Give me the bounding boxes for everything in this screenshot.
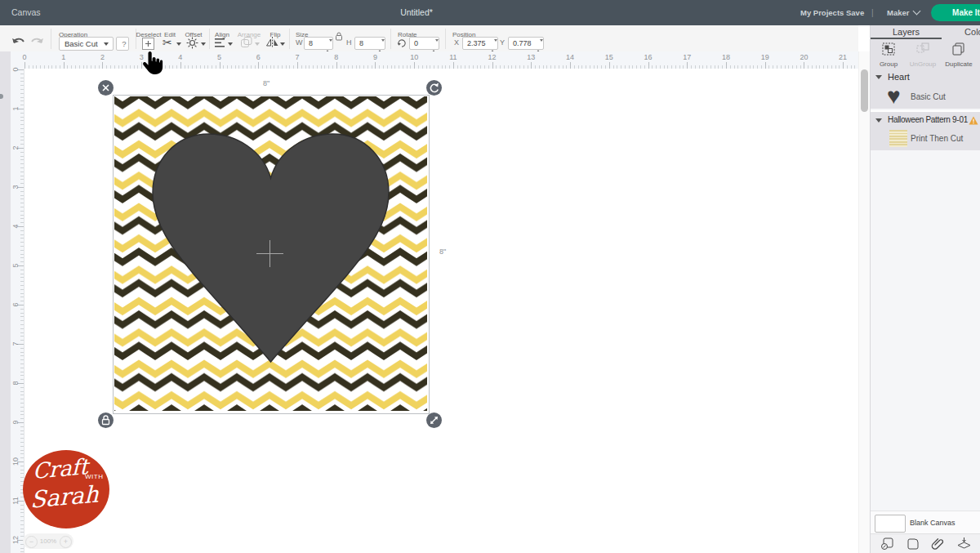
operation-select[interactable]: Basic Cut <box>59 37 114 51</box>
h-ruler-number: 20 <box>798 53 809 61</box>
weld-icon[interactable] <box>906 537 920 551</box>
width-stepper[interactable] <box>326 40 330 47</box>
h-ruler-number: 12 <box>487 53 498 61</box>
h-ruler-number: 13 <box>525 53 537 61</box>
attach-icon[interactable] <box>931 537 945 551</box>
rotate-handle[interactable] <box>426 80 442 96</box>
position-y-stepper[interactable] <box>537 40 541 47</box>
v-ruler-number: 1 <box>11 103 21 114</box>
toolbar-divider <box>390 29 391 49</box>
position-y-input[interactable]: 0.778 <box>508 37 544 50</box>
height-input[interactable]: 8 <box>354 37 385 50</box>
h-ruler-number: 2 <box>96 53 108 61</box>
logo-text-sarah: Sarah <box>30 480 99 513</box>
craft-with-sarah-logo: Craft with Sarah <box>23 450 109 528</box>
v-ruler-number: 3 <box>11 181 21 193</box>
layer-type-label: Basic Cut <box>911 92 946 101</box>
position-x-stepper[interactable] <box>491 40 495 47</box>
resize-handle[interactable] <box>426 413 442 428</box>
lock-handle[interactable] <box>98 413 114 428</box>
v-ruler-number: 11 <box>11 495 21 506</box>
offset-icon[interactable] <box>186 37 198 49</box>
rotate-icon[interactable] <box>397 38 407 48</box>
slice-icon[interactable] <box>880 537 893 551</box>
layer-group-name: Heart <box>888 72 910 82</box>
edit-scissors-icon[interactable]: ✂ <box>163 36 172 49</box>
chevron-down-icon <box>913 7 921 16</box>
v-ruler-number: 7 <box>11 338 21 350</box>
tab-layers[interactable]: Layers <box>871 25 942 39</box>
h-ruler-number: 17 <box>681 53 693 61</box>
toolbar-divider <box>51 29 51 49</box>
group-button[interactable]: Group <box>872 42 905 68</box>
h-ruler-number: 7 <box>292 53 303 61</box>
zoom-in-button[interactable]: + <box>60 536 72 548</box>
operation-help-button[interactable]: ? <box>116 37 129 51</box>
arrange-dropdown-arrow <box>255 42 260 46</box>
project-title: Untitled* <box>0 0 833 25</box>
machine-select[interactable]: Maker <box>887 0 920 25</box>
my-projects-link[interactable]: My Projects <box>800 0 844 25</box>
v-ruler-number: 5 <box>11 260 21 271</box>
remove-handle[interactable] <box>98 80 114 96</box>
logo-text-craft: Craft <box>33 454 88 484</box>
panel-tabs: Layers Color Sync <box>871 25 980 39</box>
h-ruler-number: 18 <box>720 53 732 61</box>
v-ruler-number: 10 <box>11 456 21 467</box>
save-link[interactable]: Save <box>846 0 864 25</box>
flatten-icon[interactable] <box>957 537 971 551</box>
canvas-scrollbar[interactable] <box>858 51 871 553</box>
width-input[interactable]: 8 <box>304 37 333 50</box>
pattern-thumbnail <box>889 130 907 147</box>
flip-icon[interactable] <box>266 37 278 48</box>
layer-group-halloween[interactable]: Halloween Pattern 9-01 <box>871 110 980 129</box>
rotate-stepper[interactable] <box>432 40 436 47</box>
height-label: H <box>346 38 352 47</box>
v-ruler-number: 9 <box>11 417 21 428</box>
layers-panel: Layers Color Sync Group UnGroup Duplicat… <box>870 25 980 553</box>
layer-heart-basic-cut[interactable]: ♥ Basic Cut <box>871 86 980 109</box>
redo-icon[interactable] <box>29 35 44 47</box>
heart-thumbnail: ♥ <box>887 83 901 109</box>
ungroup-icon <box>916 42 929 56</box>
align-label: Align <box>215 31 229 38</box>
size-lock-icon[interactable] <box>335 32 343 41</box>
h-ruler-number: 15 <box>604 53 615 61</box>
flip-dropdown-arrow[interactable] <box>280 42 285 46</box>
blank-canvas-row[interactable]: Blank Canvas <box>871 511 980 534</box>
zoom-out-button[interactable]: − <box>25 536 38 548</box>
v-ruler-number: 0 <box>11 64 21 75</box>
h-ruler-number: 6 <box>252 53 264 61</box>
h-ruler-number: 9 <box>369 53 381 61</box>
h-ruler-number: 8 <box>331 53 342 61</box>
undo-icon[interactable] <box>11 35 26 47</box>
offset-dropdown-arrow[interactable] <box>201 42 206 46</box>
warning-icon <box>969 116 978 125</box>
height-stepper[interactable] <box>378 40 382 47</box>
align-icon[interactable] <box>215 38 225 48</box>
blank-canvas-swatch[interactable] <box>875 515 906 533</box>
position-y-label: Y <box>500 38 505 47</box>
layer-pattern-print-then-cut[interactable]: Print Then Cut <box>871 127 980 150</box>
mouse-cursor <box>140 50 163 78</box>
align-dropdown-arrow[interactable] <box>228 42 233 46</box>
make-it-button[interactable]: Make It <box>931 4 980 21</box>
selection-width-label: 8" <box>263 79 270 87</box>
collapse-caret-icon[interactable] <box>875 118 882 123</box>
toolbar-divider <box>209 29 210 49</box>
collapse-caret-icon[interactable] <box>875 75 882 79</box>
h-ruler-number: 21 <box>837 53 849 61</box>
duplicate-button[interactable]: Duplicate <box>942 42 975 68</box>
layer-type-label: Print Then Cut <box>911 134 963 143</box>
position-x-input[interactable]: 2.375 <box>462 37 498 50</box>
zoom-control: − 100% + <box>23 533 74 549</box>
rotate-input[interactable]: 0 <box>409 37 439 50</box>
topbar-divider: | <box>871 0 874 25</box>
deselect-icon[interactable] <box>142 38 154 50</box>
duplicate-icon <box>952 42 965 56</box>
edit-dropdown-arrow[interactable] <box>176 42 181 46</box>
tab-color-sync[interactable]: Color Sync <box>942 25 980 38</box>
zoom-value: 100% <box>38 537 58 545</box>
app: Canvas Untitled* My Projects Save | Make… <box>0 0 980 553</box>
scrollbar-thumb[interactable] <box>861 69 868 112</box>
